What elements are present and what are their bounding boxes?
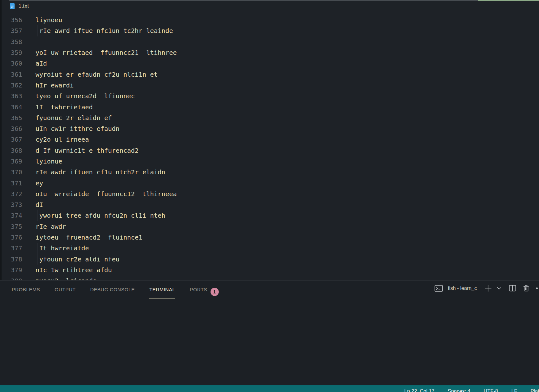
line-number: 373 xyxy=(0,201,22,209)
code-line: 359yoI uw rrietaed ffuunncc21 ltihnree xyxy=(0,47,539,58)
status-item[interactable]: LF xyxy=(511,387,517,392)
panel-tab-terminal[interactable]: TERMINAL xyxy=(149,280,176,299)
line-number: 374 xyxy=(0,212,22,219)
code-text[interactable]: rIe awdr xyxy=(22,223,66,230)
code-line: 370rIe awdr iftuen cf1u ntch2r elaidn xyxy=(0,167,539,177)
editor-tab-label: 1.txt xyxy=(18,3,29,10)
line-number: 359 xyxy=(0,49,22,56)
code-text[interactable]: d If uwrnic1t e thfurencad2 xyxy=(22,147,139,154)
code-text[interactable]: ey xyxy=(22,179,43,187)
panel-tab-debug-console[interactable]: DEBUG CONSOLE xyxy=(90,280,135,299)
code-line: 374 yworui tree afdu nfcu2n cl1i nteh xyxy=(0,210,539,221)
line-number: 358 xyxy=(0,38,22,46)
line-number: 378 xyxy=(0,255,22,263)
code-line: 368d If uwrnic1t e thfurencad2 xyxy=(0,145,539,156)
status-item[interactable]: Spaces: 4 xyxy=(448,387,470,392)
line-number: 368 xyxy=(0,147,22,154)
line-number: 364 xyxy=(0,103,22,111)
code-text[interactable]: cy2o ul irneea xyxy=(22,136,89,143)
launch-profile-chevron-icon[interactable] xyxy=(497,286,502,290)
code-line: 377 It hwrreiatde xyxy=(0,243,539,254)
panel-tab-label: PORTS xyxy=(190,287,207,292)
panel-tab-output[interactable]: OUTPUT xyxy=(54,280,76,299)
code-line: 373dI xyxy=(0,199,539,210)
panel-tab-bar: PROBLEMSOUTPUTDEBUG CONSOLETERMINALPORTS… xyxy=(11,280,219,299)
code-line: 358 xyxy=(0,36,539,47)
code-line: 360aId xyxy=(0,58,539,69)
kill-terminal-button[interactable] xyxy=(523,285,529,292)
line-number: 367 xyxy=(0,136,22,143)
status-bar: Ln 22, Col 17Spaces: 4UTF-8LFPlain Text xyxy=(0,385,539,392)
line-number: 380 xyxy=(0,277,22,280)
status-item[interactable]: Plain Text xyxy=(530,387,539,392)
code-line: 356liynoeu xyxy=(0,15,539,25)
code-text[interactable]: aId xyxy=(22,60,47,67)
terminal-shell-label[interactable]: fish - learn_c xyxy=(448,286,477,291)
line-number: 356 xyxy=(0,16,22,24)
editor-tab[interactable]: 1.txt xyxy=(10,3,29,10)
line-number: 375 xyxy=(0,223,22,230)
panel-tab-problems[interactable]: PROBLEMS xyxy=(11,280,40,299)
panel-tab-label: PROBLEMS xyxy=(12,287,40,292)
code-text[interactable]: oIu wrreiatde ffuunncc12 tlhirneea xyxy=(22,190,177,198)
code-line: 375rIe awdr xyxy=(0,221,539,232)
panel-actions: fish - learn_c xyxy=(434,284,538,292)
new-terminal-button[interactable] xyxy=(484,284,492,292)
window-top-border-accent xyxy=(478,0,539,1)
line-number: 379 xyxy=(0,266,22,274)
code-line: 371ey xyxy=(0,177,539,188)
vscode-window: 1.txt 356liynoeu357 rIe awrd iftue nfc1u… xyxy=(0,0,539,392)
status-item[interactable]: UTF-8 xyxy=(484,387,498,392)
editor-content[interactable]: 356liynoeu357 rIe awrd iftue nfc1un tc2h… xyxy=(0,15,539,280)
line-number: 377 xyxy=(0,244,22,252)
code-text[interactable]: hIr ewardi xyxy=(22,81,74,89)
code-text[interactable]: yworui tree afdu nfcu2n cl1i nteh xyxy=(22,212,165,219)
code-text[interactable]: yoI uw rrietaed ffuunncc21 ltihnree xyxy=(22,49,177,56)
code-line: 357 rIe awrd iftue nfc1un tc2hr leainde xyxy=(0,25,539,36)
code-line: 379nIc 1w rtihtree afdu xyxy=(0,265,539,275)
code-text[interactable]: yfouun cr2e aldi nfeu xyxy=(22,255,120,263)
line-number: 361 xyxy=(0,71,22,78)
code-text[interactable]: uIn cw1r itthre efaudn xyxy=(22,125,120,132)
status-bar-items: Ln 22, Col 17Spaces: 4UTF-8LFPlain Text xyxy=(404,387,539,392)
code-line: 363tyeo uf urneca2d lfiunnec xyxy=(0,91,539,101)
code-text[interactable]: rIe awrd iftue nfc1un tc2hr leainde xyxy=(22,27,173,35)
code-text[interactable]: liynoeu xyxy=(22,16,62,24)
code-text[interactable]: dI xyxy=(22,201,43,209)
code-text[interactable]: lyionue xyxy=(22,157,62,165)
more-actions-icon[interactable] xyxy=(536,287,538,289)
panel-tab-label: TERMINAL xyxy=(149,287,175,292)
code-text[interactable]: iytoeu fruenacd2 fluinnce1 xyxy=(22,234,142,241)
line-number: 363 xyxy=(0,92,22,100)
split-terminal-button[interactable] xyxy=(509,285,516,292)
code-line: 366uIn cw1r itthre efaudn xyxy=(0,123,539,134)
code-text[interactable]: It hwrreiatde xyxy=(22,244,89,252)
line-number: 372 xyxy=(0,190,22,198)
line-number: 371 xyxy=(0,179,22,187)
code-text[interactable]: 1I twhrrietaed xyxy=(22,103,93,111)
line-number: 366 xyxy=(0,125,22,132)
panel-tab-ports[interactable]: PORTS1 xyxy=(189,280,219,299)
code-line: 376iytoeu fruenacd2 fluinnce1 xyxy=(0,232,539,243)
code-text[interactable]: wyroiut er efaudn cf2u nlci1n et xyxy=(22,71,158,78)
line-number: 369 xyxy=(0,157,22,165)
line-number: 365 xyxy=(0,114,22,122)
code-text[interactable]: tyeo uf urneca2d lfiunnec xyxy=(22,92,135,100)
code-line: 369lyionue xyxy=(0,156,539,167)
code-line: 362hIr ewardi xyxy=(0,80,539,91)
code-line: 372oIu wrreiatde ffuunncc12 tlhirneea xyxy=(0,189,539,199)
line-number: 360 xyxy=(0,60,22,67)
code-text[interactable]: fyuonuc 2r elaidn ef xyxy=(22,114,112,122)
terminal-shell-icon xyxy=(434,285,443,292)
code-line: 378 yfouun cr2e aldi nfeu xyxy=(0,254,539,265)
status-item[interactable]: Ln 22, Col 17 xyxy=(404,387,434,392)
panel-tab-label: DEBUG CONSOLE xyxy=(90,287,134,292)
code-line: 380nyacu2 lricande xyxy=(0,275,539,280)
code-text[interactable]: rIe awdr iftuen cf1u ntch2r elaidn xyxy=(22,168,165,176)
line-number: 370 xyxy=(0,168,22,176)
code-text[interactable]: nyacu2 lricande xyxy=(22,277,97,280)
panel-tab-label: OUTPUT xyxy=(55,287,75,292)
code-line: 3641I twhrrietaed xyxy=(0,101,539,112)
bottom-panel: PROBLEMSOUTPUTDEBUG CONSOLETERMINALPORTS… xyxy=(0,280,539,385)
code-text[interactable]: nIc 1w rtihtree afdu xyxy=(22,266,112,274)
